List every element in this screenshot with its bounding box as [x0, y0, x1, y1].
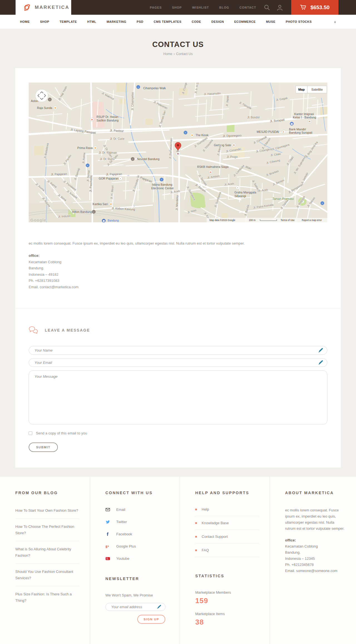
address-line: Indonesia – 49182	[29, 272, 327, 278]
map-label: Jl. Diponegoro	[223, 134, 242, 138]
page-title: CONTACT US	[0, 40, 356, 49]
map-report-link[interactable]: Report a map error	[302, 219, 322, 222]
header-nav-item[interactable]: CONTACT	[239, 6, 256, 9]
name-input[interactable]	[29, 346, 327, 355]
card-divider	[15, 309, 341, 309]
signup-button[interactable]: SIGN UP	[137, 615, 165, 624]
category-nav-item[interactable]: HOME	[20, 20, 30, 23]
map-label: Bandung Surapati	[289, 131, 312, 134]
category-nav-item[interactable]: MUSE	[266, 20, 275, 23]
blog-link[interactable]: Plus Size Fashion: Is There Such a Thing…	[15, 591, 79, 608]
blog-link[interactable]: Should You Use Fashion Consultant Servic…	[15, 568, 79, 586]
map-label: Istana Bandung	[152, 183, 172, 186]
message-textarea[interactable]	[29, 371, 327, 424]
social-link[interactable]: Email	[105, 507, 169, 512]
google-map[interactable]: ΨΨΨΨHH⌂⌂⌂ΠΠ▪▪☾▤▪▪▪▪▪■▣⚑ AstonRaja SundaJ…	[29, 83, 327, 222]
map-label: The Kiosk	[196, 133, 209, 137]
generic-poi-icon: ▪	[119, 177, 122, 180]
generic-poi-icon: ▪	[236, 186, 240, 190]
breadcrumb: Home›Contact Us	[0, 52, 356, 56]
help-link[interactable]: FAQ	[195, 548, 259, 557]
map-label: Prima Rasa	[77, 146, 93, 150]
social-link[interactable]: Facebook	[105, 532, 169, 536]
category-nav-item[interactable]: CODE	[192, 20, 201, 23]
map-attribution: Map data ©2015 Google	[209, 219, 235, 222]
map-label: Cihampelas Walk	[143, 86, 166, 90]
help-link[interactable]: Contact Support	[195, 534, 259, 543]
museum-poi-icon: Π	[232, 143, 236, 147]
submit-button[interactable]: SUBMIT	[29, 442, 58, 452]
header-nav-item[interactable]: PAGES	[150, 6, 162, 9]
send-copy-checkbox[interactable]	[29, 431, 32, 435]
cart-button[interactable]: $653.50	[291, 0, 338, 15]
map-label: Kantor Imigrasi	[294, 112, 314, 116]
header-nav-item[interactable]: BLOG	[219, 6, 229, 9]
blog-link[interactable]: What is So Alluring About Celebrity Fash…	[15, 546, 79, 564]
chevron-down-icon[interactable]: »	[333, 21, 337, 22]
about-text: ec mollis lorem consequat. Fusce ipsum e…	[285, 507, 345, 532]
hotel-poi-icon: ⌂	[131, 157, 135, 161]
category-nav-item[interactable]: HTML	[87, 20, 97, 23]
svg-text:⌂: ⌂	[93, 211, 95, 213]
social-link[interactable]: Youtube	[105, 556, 169, 561]
contact-intro: ec mollis lorem consequat. Fusce ipsum e…	[29, 241, 327, 245]
category-nav-item[interactable]: TEMPLATE	[60, 20, 77, 23]
social-label: Facebook	[116, 532, 132, 536]
category-nav-item[interactable]: CMS TEMPLATES	[154, 20, 181, 23]
user-icon[interactable]	[277, 4, 283, 11]
category-nav-item[interactable]: PSD	[137, 20, 143, 23]
map-button-label[interactable]: Map	[298, 88, 305, 91]
map-label: →	[127, 173, 130, 177]
social-label: Youtube	[116, 556, 129, 561]
pen-icon	[157, 605, 161, 609]
map-scale-label: 200 m	[249, 219, 256, 222]
map-label: RSKB Halmahera Siaga	[197, 165, 229, 168]
stat-item: Marketplace Members 159	[195, 590, 259, 605]
blog-link[interactable]: How To Start Your Own Fashion Store?	[15, 507, 79, 519]
breadcrumb-home[interactable]: Home	[163, 52, 172, 56]
category-nav-item[interactable]: ECOMMERCE	[234, 20, 256, 23]
footer: FROM OUR BLOG How To Start Your Own Fash…	[0, 477, 356, 644]
category-nav-item[interactable]: PHOTO STOCKS	[286, 20, 312, 23]
help-link[interactable]: Help	[195, 507, 259, 516]
blog-link[interactable]: How To Choose The Perfect Fashion Store?	[15, 523, 79, 541]
marketica-tag-icon	[23, 3, 31, 12]
map-pan-control[interactable]	[35, 89, 48, 102]
svg-text:▪: ▪	[238, 187, 238, 189]
map-label: Jl. Progo	[227, 155, 238, 158]
svg-text:☾: ☾	[283, 131, 285, 133]
header-nav-item[interactable]: SHOP	[172, 6, 182, 9]
cart-total: $653.50	[310, 4, 330, 11]
category-nav-item[interactable]: DESIGN	[211, 20, 224, 23]
pen-icon	[318, 360, 323, 365]
satellite-button-label[interactable]: Satellite	[312, 88, 323, 91]
logo[interactable]: MARKETICA	[16, 0, 71, 15]
flag-poi-icon: ⚑	[176, 152, 180, 156]
search-icon[interactable]	[264, 4, 270, 11]
map-label: Electronic Center	[151, 187, 174, 190]
stat-label: Marketplace Members	[195, 590, 259, 595]
map-label: Hilton Bandung	[72, 210, 92, 213]
svg-text:Ψ: Ψ	[55, 107, 56, 109]
header-nav-item[interactable]: WISHLIST	[192, 6, 209, 9]
restaurant-poi-icon: Ψ	[109, 202, 113, 206]
hotel-poi-icon: ⌂	[92, 210, 96, 214]
statistics-heading: STATISTICS	[195, 574, 259, 578]
svg-text:▪: ▪	[161, 178, 162, 181]
social-link[interactable]: Google Plus	[105, 544, 169, 549]
hospital-poi-icon: H	[90, 118, 94, 121]
category-nav-item[interactable]: MARKETING	[107, 20, 126, 23]
social-link[interactable]: Twitter	[105, 519, 169, 524]
newsletter-email-input[interactable]	[105, 603, 165, 611]
shopping-poi-icon: ▪	[137, 85, 140, 89]
about-office-block: office: Kecamatan CoblongBandung.Indones…	[285, 537, 345, 574]
map-terms-link[interactable]: Terms of Use	[281, 219, 295, 222]
email-icon	[105, 507, 110, 512]
category-nav-item[interactable]: SHOP	[40, 20, 49, 23]
office-label: office:	[29, 253, 327, 259]
address-line: Ph. +62817391083	[29, 278, 327, 284]
email-input[interactable]	[29, 358, 327, 367]
help-link[interactable]: Knowladge Base	[195, 521, 259, 530]
footer-blog-column: FROM OUR BLOG How To Start Your Own Fash…	[0, 477, 90, 644]
category-nav: HOMESHOPTEMPLATEHTMLMARKETINGPSDCMS TEMP…	[0, 15, 356, 29]
